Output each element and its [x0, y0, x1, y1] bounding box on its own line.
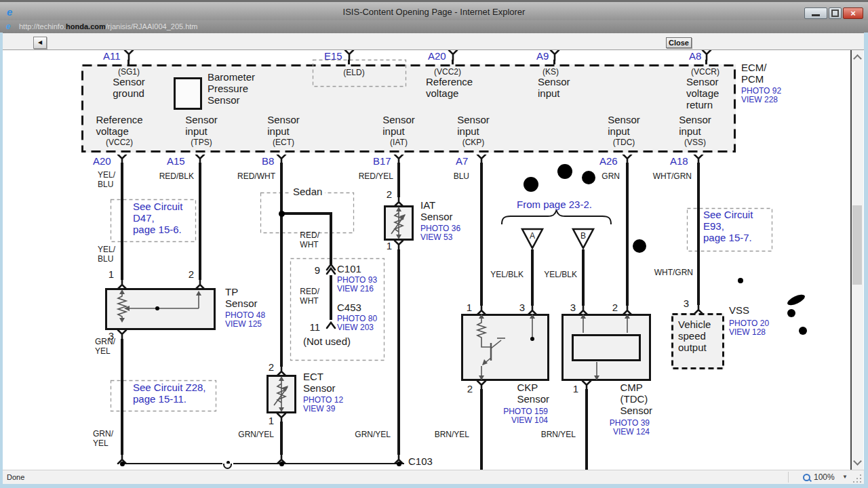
- circuit-ref-link[interactable]: See Circuit E93, page 15-7.: [703, 209, 753, 243]
- pin-label-a15: A15: [167, 155, 185, 167]
- photo-link[interactable]: PHOTO 12: [303, 395, 343, 405]
- pin-connector-icon: [692, 155, 705, 165]
- wire-color: BRN/YEL: [435, 430, 469, 439]
- scroll-down-icon[interactable]: [853, 457, 862, 466]
- pin-connector-icon: [116, 279, 128, 289]
- minimize-icon: [812, 14, 820, 16]
- view-link[interactable]: VIEW 128: [729, 327, 766, 337]
- photo-link[interactable]: PHOTO 92: [741, 86, 781, 96]
- page-toolbar: ◀ Close: [3, 33, 864, 50]
- pin-connector-icon: [343, 50, 355, 61]
- wire-color: RED/WHT: [237, 171, 275, 181]
- wire: [531, 249, 534, 306]
- wire-color: GRN: [601, 171, 620, 181]
- view-link[interactable]: VIEW 125: [225, 319, 262, 329]
- diagram-label: Sensor voltage return: [686, 76, 719, 110]
- scroll-up-icon[interactable]: [853, 54, 862, 63]
- resize-grip[interactable]: [853, 474, 861, 483]
- wire-color: RED/YEL: [359, 171, 393, 181]
- sedan-label: Sedan: [290, 186, 325, 197]
- pin-label-a20: A20: [93, 155, 111, 167]
- photo-link[interactable]: PHOTO 36: [420, 224, 460, 233]
- diagram-label: Sensor input: [538, 76, 570, 99]
- wire-color: GRN/YEL: [355, 430, 391, 439]
- wire-color: YEL/BLK: [490, 270, 524, 279]
- wire: [280, 422, 283, 455]
- junction-dot: [279, 462, 284, 466]
- address-bar[interactable]: e http://techinfo.honda.com/rjanisis/RJA…: [0, 20, 868, 33]
- pin-connector-icon: [692, 304, 705, 314]
- pin-number: 1: [387, 240, 392, 251]
- close-window-button[interactable]: ×: [843, 7, 863, 19]
- pin-number: 3: [684, 298, 689, 309]
- zoom-magnifier-icon: [803, 474, 810, 481]
- ink-blob: [786, 293, 806, 308]
- pin-connector-icon: [325, 264, 337, 275]
- photo-link[interactable]: PHOTO 80: [337, 314, 377, 323]
- wire: [280, 163, 283, 367]
- photo-link[interactable]: PHOTO 93: [337, 275, 377, 285]
- from-page-link[interactable]: From page 23-2.: [517, 199, 592, 210]
- component-label: ECT Sensor: [303, 371, 336, 394]
- pin-connector-icon: [194, 155, 206, 165]
- view-link[interactable]: VIEW 124: [613, 427, 650, 436]
- wire: [330, 275, 332, 320]
- view-link[interactable]: VIEW 104: [511, 415, 548, 425]
- wire-color: GRN/YEL: [238, 430, 274, 439]
- scrollbar-thumb[interactable]: [852, 205, 862, 285]
- wire: [397, 249, 400, 455]
- zoom-dropdown-icon[interactable]: ▼: [842, 474, 848, 480]
- wire-color: GRN/ YEL: [95, 337, 115, 356]
- maximize-button[interactable]: [829, 7, 842, 19]
- pin-connector-icon: [194, 279, 206, 289]
- ink-blob: [633, 239, 646, 253]
- diagram-label: Sensor input: [679, 114, 711, 137]
- view-link[interactable]: VIEW 203: [337, 323, 374, 332]
- diagram-label: Barometer Pressure Sensor: [208, 71, 255, 106]
- view-link[interactable]: VIEW 228: [741, 95, 778, 104]
- diagram-label: (TDC): [613, 138, 635, 147]
- pin-connector-icon: [621, 155, 633, 165]
- view-link[interactable]: VIEW 216: [337, 284, 374, 293]
- pin-label-a9: A9: [536, 50, 549, 62]
- photo-link[interactable]: PHOTO 39: [610, 418, 650, 428]
- pin-number: 3: [519, 302, 525, 313]
- pin-connector-icon: [116, 330, 128, 341]
- ecm-pcm-label: ECM/ PCM: [741, 62, 767, 85]
- ink-blob: [582, 171, 595, 184]
- diagram-label: (TPS): [191, 138, 212, 147]
- wire: [582, 249, 585, 306]
- pin-number: 1: [573, 383, 578, 394]
- diagram-label: (ELD): [343, 68, 364, 77]
- wire-color: WHT/GRN: [653, 171, 692, 181]
- close-page-button[interactable]: Close: [666, 37, 692, 48]
- photo-link[interactable]: PHOTO 48: [225, 310, 265, 320]
- zoom-level[interactable]: 100%: [814, 472, 835, 482]
- pin-connector-icon: [116, 155, 128, 165]
- url-text[interactable]: http://techinfo.honda.com/rjanisis/RJAAI…: [19, 22, 198, 30]
- view-link[interactable]: VIEW 53: [420, 232, 452, 242]
- ink-blob: [557, 164, 572, 179]
- junction-dot: [155, 306, 159, 310]
- component-label: IAT Sensor: [420, 199, 453, 222]
- back-button[interactable]: ◀: [33, 37, 47, 49]
- pin-connector-icon: [275, 155, 288, 165]
- wire: [121, 163, 123, 280]
- minimize-button[interactable]: [804, 7, 827, 19]
- url-path: /rjanisis/RJAAI004_205.htm: [106, 22, 198, 30]
- vertical-scrollbar[interactable]: [852, 50, 863, 470]
- view-link[interactable]: VIEW 39: [303, 404, 335, 413]
- circuit-ref-link[interactable]: See Circuit Z28, page 15-11.: [133, 382, 206, 405]
- diagram-label: Sensor input: [608, 114, 640, 137]
- wire-color: WHT/GRN: [654, 268, 693, 277]
- diagram-label: (VCC2): [106, 138, 133, 147]
- component-label: VSS: [729, 304, 749, 316]
- photo-link[interactable]: PHOTO 20: [729, 319, 769, 328]
- circuit-ref-link[interactable]: See Circuit D47, page 15-6.: [133, 201, 182, 235]
- pin-connector-icon: [275, 365, 288, 376]
- pin-number: 2: [467, 383, 473, 394]
- photo-link[interactable]: PHOTO 159: [503, 407, 548, 416]
- wire: [480, 389, 483, 470]
- wire-color: YEL/BLK: [544, 270, 577, 279]
- wire: [480, 163, 483, 306]
